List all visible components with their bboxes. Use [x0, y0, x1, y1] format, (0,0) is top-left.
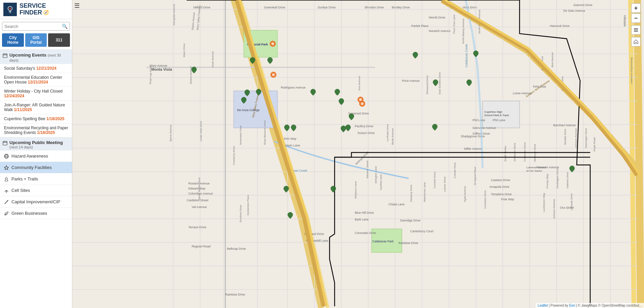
- svg-text:Barnhart Avenue: Barnhart Avenue: [553, 124, 576, 127]
- cell-icon: [4, 188, 9, 193]
- svg-text:Bentley Drive: Bentley Drive: [392, 6, 410, 9]
- hamburger-icon: ☰: [74, 2, 80, 9]
- globe-icon: [4, 154, 9, 159]
- zoom-controls: + −: [631, 3, 641, 23]
- event-3[interactable]: Winter Holiday - City Hall Closed 12/24/…: [0, 87, 72, 101]
- svg-text:South Tantau: South Tantau: [504, 146, 507, 162]
- event-title: Cupertino Spelling Bee: [4, 116, 45, 121]
- capital-improvement-item[interactable]: Capital Improvement/CIP: [0, 196, 72, 208]
- svg-text:November Drive: November Drive: [239, 125, 242, 145]
- green-businesses-item[interactable]: Green Businesses: [0, 208, 72, 219]
- svg-text:Canterbury Court: Canterbury Court: [410, 230, 434, 233]
- svg-text:Pruney Way: Pruney Way: [546, 174, 549, 189]
- sidebar: SERVICE FINDER 🧭 🔍 City Home GIS Portal …: [0, 0, 72, 308]
- svg-marker-6: [4, 166, 9, 170]
- community-facilities-item[interactable]: Community Facilities: [0, 162, 72, 173]
- event-4[interactable]: Join-A-Ranger: AR Guided Nature Walk 1/1…: [0, 101, 72, 114]
- map-container[interactable]: ☰ Milford Drive Greenleaf Drive Dunbar D…: [72, 0, 644, 308]
- svg-point-2: [9, 7, 11, 9]
- svg-text:Tore Avenue: Tore Avenue: [358, 76, 361, 91]
- svg-rect-8: [72, 0, 644, 308]
- leaf-icon: [4, 211, 9, 216]
- capital-improvement-label: Capital Improvement/CIP: [11, 199, 60, 204]
- svg-text:Suisun Drive: Suisun Drive: [357, 131, 375, 135]
- svg-text:Giannini Drive: Giannini Drive: [573, 3, 593, 7]
- svg-text:Santa Teresa Drive: Santa Teresa Drive: [198, 177, 201, 200]
- svg-text:Bark Lane: Bark Lane: [355, 218, 369, 221]
- svg-rect-3: [3, 54, 7, 58]
- svg-text:Cynthia Lane: Cynthia Lane: [379, 174, 382, 190]
- svg-text:Rainbow Drive: Rainbow Drive: [225, 293, 245, 296]
- svg-text:Lockhaven Way: Lockhaven Way: [542, 193, 545, 212]
- svg-text:La Roda Drive: La Roda Drive: [386, 124, 389, 141]
- event-title: Winter Holiday - City Hall Closed: [4, 89, 63, 94]
- svg-text:Doyle Road: Doyle Road: [593, 137, 596, 151]
- svg-text:Marin Drive: Marin Drive: [183, 43, 186, 57]
- svg-text:Vista Drive: Vista Drive: [462, 6, 477, 9]
- hazard-awareness-item[interactable]: Hazard Awareness: [0, 150, 72, 162]
- svg-text:Minette Drive: Minette Drive: [564, 129, 567, 145]
- leaflet-link[interactable]: Leaflet: [538, 304, 548, 307]
- svg-text:Val Avenue: Val Avenue: [192, 205, 207, 209]
- svg-text:Blue Hill Drive: Blue Hill Drive: [355, 211, 374, 214]
- zoom-out-button[interactable]: −: [631, 13, 641, 23]
- svg-text:Merritt Drive: Merritt Drive: [429, 16, 445, 19]
- zoom-in-button[interactable]: +: [631, 3, 641, 13]
- event-date: 12/24/2024: [4, 94, 24, 98]
- svg-text:Johnson Avenue: Johnson Avenue: [553, 199, 556, 219]
- event-date: 12/21/2024: [28, 80, 48, 84]
- svg-text:Glenview Avenue: Glenview Avenue: [472, 126, 496, 130]
- svg-text:Norwich Avenue: Norwich Avenue: [429, 29, 451, 33]
- title-line1: SERVICE: [20, 3, 49, 9]
- cell-sites-item[interactable]: Cell Sites: [0, 185, 72, 196]
- svg-rect-174: [634, 30, 638, 30]
- city-home-button[interactable]: City Home: [2, 33, 24, 47]
- event-title: Join-A-Ranger: AR Guided Nature Walk: [4, 103, 65, 112]
- svg-text:Phil Lane: Phil Lane: [472, 118, 485, 122]
- upcoming-meeting-header: Upcoming Public Meeting (next 14 days): [0, 137, 72, 150]
- svg-text:Rainbow Drive: Rainbow Drive: [399, 241, 418, 245]
- svg-text:Corrette Drive: Corrette Drive: [433, 172, 436, 189]
- svg-text:Castano Drive: Castano Drive: [491, 178, 510, 182]
- upcoming-events-header: Upcoming Events (next 30 days): [0, 50, 72, 64]
- parks-trails-item[interactable]: Parks + Trails: [0, 173, 72, 185]
- svg-text:Di Napoli Place: Di Napoli Place: [473, 167, 477, 185]
- upcoming-meeting-sub: (next 14 days): [9, 145, 63, 149]
- svg-text:Miller Avenue: Miller Avenue: [464, 147, 482, 150]
- event-6[interactable]: Environmental Recycling and Paper Shredd…: [0, 124, 72, 137]
- svg-text:School Field & Track: School Field & Track: [484, 114, 509, 117]
- svg-text:Lawrence Expressway: Lawrence Expressway: [630, 57, 633, 84]
- search-input[interactable]: [4, 24, 62, 29]
- svg-text:Best Avenue: Best Avenue: [551, 52, 554, 67]
- hamburger-menu-button[interactable]: ☰: [74, 2, 80, 9]
- search-bar: 🔍: [2, 22, 70, 31]
- svg-text:Danridge Drive: Danridge Drive: [400, 219, 420, 222]
- svg-text:Monta Vista: Monta Vista: [151, 67, 172, 71]
- event-2[interactable]: Environmental Education Center Open Hous…: [0, 73, 72, 87]
- svg-point-166: [271, 42, 274, 45]
- 311-button[interactable]: 311: [48, 33, 70, 47]
- svg-text:Coronado Drive: Coronado Drive: [355, 231, 376, 235]
- logo-box: [3, 3, 17, 16]
- svg-text:Price Avenue: Price Avenue: [402, 79, 420, 82]
- svg-text:Dunbar Drive: Dunbar Drive: [318, 6, 336, 9]
- esri-link[interactable]: Esri: [569, 304, 575, 307]
- event-title: Social Saturday's: [4, 66, 35, 71]
- svg-rect-173: [634, 28, 638, 29]
- search-button[interactable]: 🔍: [62, 24, 68, 29]
- home-button[interactable]: [631, 37, 641, 46]
- svg-text:Byrne Avenue: Byrne Avenue: [169, 125, 172, 141]
- svg-rect-175: [634, 31, 638, 32]
- gis-portal-button[interactable]: GIS Portal: [25, 33, 47, 47]
- event-5[interactable]: Cupertino Spelling Bee 1/18/2025: [0, 114, 72, 124]
- svg-text:Milford Drive: Milford Drive: [193, 6, 211, 9]
- layer-button[interactable]: [631, 25, 641, 35]
- svg-text:Littleoak Drive: Littleoak Drive: [570, 193, 573, 210]
- hazard-awareness-label: Hazard Awareness: [11, 153, 48, 159]
- home-icon: [633, 39, 639, 44]
- svg-text:Rodrigues Avenue: Rodrigues Avenue: [281, 86, 305, 89]
- event-1[interactable]: Social Saturday's 12/21/2024: [0, 64, 72, 73]
- upcoming-events-label: Upcoming Events: [9, 53, 46, 58]
- svg-text:Calabazas Park: Calabazas Park: [372, 240, 394, 243]
- svg-text:Mary Avenue: Mary Avenue: [150, 64, 167, 67]
